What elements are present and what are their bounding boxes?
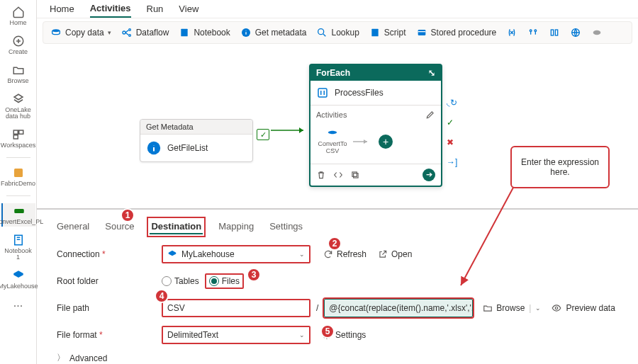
svg-rect-13	[371, 29, 378, 37]
ribbon-stored-proc[interactable]: Stored procedure	[416, 27, 497, 38]
refresh-button[interactable]: Refresh	[323, 249, 366, 259]
radio-dot	[209, 276, 219, 286]
open-button[interactable]: Open	[378, 249, 412, 259]
config-panel: 1 2 3 4 5 Enter the expression here. Gen…	[37, 208, 638, 364]
folder-input[interactable]: CSV	[162, 299, 310, 317]
open-icon	[378, 249, 388, 259]
info-icon	[240, 27, 252, 38]
preview-button[interactable]: Preview data	[551, 303, 615, 313]
rail-label: MyLakehouse	[0, 283, 38, 290]
copy-data-icon	[50, 27, 62, 38]
label-root-folder: Root folder	[57, 276, 162, 286]
browse-button[interactable]: Browse	[483, 303, 525, 313]
rail-convert-pl[interactable]: ConvertExcel_PL	[1, 203, 35, 227]
ribbon-label: Stored procedure	[431, 28, 497, 38]
svg-rect-23	[354, 173, 358, 177]
filename-expression-input[interactable]: @{concat(replace(item().name,'.xlsx','..…	[324, 299, 473, 317]
edit-icon[interactable]	[425, 110, 435, 120]
success-indicator: ✓	[257, 129, 269, 140]
activities-ribbon: Copy data ▾ Dataflow Notebook Get metada…	[43, 21, 632, 44]
tab-general[interactable]: General	[57, 220, 89, 234]
refresh-icon	[323, 249, 333, 259]
row-file-path: File path CSV / @{concat(replace(item().…	[57, 298, 618, 318]
ribbon-label: Lookup	[331, 28, 359, 38]
code-icon[interactable]	[333, 170, 343, 180]
connection-select[interactable]: MyLakehouse ⌄	[162, 245, 310, 263]
run-icon[interactable]: ➔	[422, 169, 435, 181]
annotation-badge-3: 3	[247, 268, 261, 282]
radio-tables[interactable]: Tables	[162, 276, 199, 286]
side-icon[interactable]: ✓	[447, 118, 457, 127]
svg-point-20	[593, 30, 601, 35]
ribbon-web[interactable]	[570, 27, 581, 38]
ribbon-label: Notebook	[194, 28, 230, 38]
svg-rect-10	[181, 29, 188, 37]
tab-settings[interactable]: Settings	[269, 220, 303, 234]
advanced-toggle[interactable]: 〉 Advanced	[57, 352, 618, 364]
svg-rect-4	[14, 169, 23, 177]
activity-get-metadata[interactable]: Get Metadata GetFileList	[140, 119, 253, 162]
tab-activities[interactable]: Activities	[90, 0, 131, 18]
top-tabs: Home Activities Run View	[37, 0, 638, 18]
ribbon-notebook[interactable]: Notebook	[179, 27, 230, 38]
annotation-badge-2: 2	[328, 237, 342, 251]
annotation-badge-1: 1	[121, 208, 135, 222]
rail-create[interactable]: Create	[1, 33, 35, 57]
foreach-icon	[316, 86, 329, 99]
rail-home[interactable]: Home	[1, 4, 35, 28]
svg-rect-1	[13, 130, 18, 134]
ribbon-extra-4[interactable]	[591, 27, 603, 38]
search-icon	[316, 27, 328, 38]
rail-onelake[interactable]: OneLake data hub	[1, 91, 35, 121]
rail-more[interactable]: ...	[13, 297, 23, 309]
copy-icon[interactable]	[350, 170, 360, 180]
activities-label: Activities	[316, 110, 347, 119]
svg-rect-3	[13, 135, 18, 139]
ribbon-get-metadata[interactable]: Get metadata	[240, 27, 307, 38]
radio-files[interactable]: Files	[209, 276, 240, 286]
row-root-folder: Root folder Tables Files	[57, 271, 618, 291]
ribbon-dataflow[interactable]: Dataflow	[121, 27, 169, 38]
tab-destination[interactable]: Destination	[150, 220, 203, 234]
rail-notebook1[interactable]: Notebook 1	[1, 232, 35, 262]
generic-icon	[591, 27, 603, 38]
ribbon-label: Script	[384, 28, 406, 38]
chevron-down-icon[interactable]: ⌄	[535, 305, 541, 312]
delete-icon[interactable]	[316, 170, 326, 180]
collapse-icon[interactable]: ⤡	[428, 68, 435, 78]
svg-point-25	[556, 307, 559, 309]
globe-icon	[570, 27, 581, 38]
tab-run[interactable]: Run	[147, 1, 164, 17]
side-icon[interactable]: →]	[447, 157, 457, 167]
radio-files-group: Files	[205, 273, 244, 289]
inner-activity[interactable]: ConvertTo CSV	[319, 128, 346, 155]
rail-fabricdemo[interactable]: FabricDemo	[1, 165, 35, 188]
ribbon-script[interactable]: Script	[369, 27, 406, 38]
ribbon-extra-1[interactable]	[527, 27, 539, 38]
plus-circle-icon	[12, 35, 25, 47]
svg-point-9	[128, 35, 130, 37]
add-activity-button[interactable]: +	[379, 135, 393, 149]
ribbon-variable[interactable]	[506, 27, 517, 38]
svg-rect-18	[556, 30, 558, 35]
ribbon-copy-data[interactable]: Copy data ▾	[50, 27, 111, 38]
file-format-select[interactable]: DelimitedText ⌄	[162, 326, 310, 344]
main-area: Home Activities Run View Copy data ▾ Dat…	[37, 0, 638, 364]
tab-home[interactable]: Home	[50, 1, 74, 17]
label-connection: Connection *	[57, 249, 162, 259]
rail-mylakehouse[interactable]: MyLakehouse	[1, 268, 35, 291]
side-icon[interactable]: ✖	[447, 137, 457, 147]
label-file-format: File format *	[57, 330, 162, 340]
connector-arrow	[269, 123, 309, 137]
ribbon-lookup[interactable]: Lookup	[316, 27, 359, 38]
rail-workspaces[interactable]: Workspaces	[1, 127, 35, 150]
activity-foreach[interactable]: ForEach ⤡ ProcessFiles Activities Conver…	[309, 64, 442, 187]
tab-view[interactable]: View	[179, 1, 198, 17]
script-icon	[369, 27, 381, 38]
rail-label: Create	[9, 49, 28, 55]
rail-browse[interactable]: Browse	[1, 62, 35, 86]
ribbon-extra-2[interactable]	[549, 27, 560, 38]
side-icon[interactable]: ◟↻	[447, 98, 457, 108]
tab-mapping[interactable]: Mapping	[218, 220, 254, 234]
foreach-header: ForEach ⤡	[310, 65, 441, 81]
